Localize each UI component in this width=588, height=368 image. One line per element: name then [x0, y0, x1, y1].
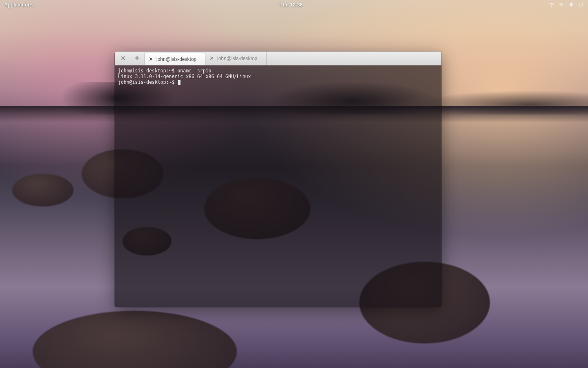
panel-indicators [549, 2, 584, 9]
close-icon: ✕ [120, 54, 126, 62]
panel-clock[interactable]: Thu 12:36 [33, 2, 549, 8]
wallpaper-rock [33, 311, 237, 368]
top-panel: Applications Thu 12:36 [0, 0, 588, 10]
power-icon[interactable] [578, 2, 584, 9]
terminal-line: john@isis-desktop:~$ uname -srpio [118, 68, 438, 74]
output: Linux 3.11.0-14-generic x86_64 x86_64 GN… [118, 74, 251, 79]
command: uname -srpio [177, 68, 211, 74]
plus-icon: + [135, 54, 140, 63]
applications-label: Applications [4, 2, 33, 8]
clock-text: Thu 12:36 [280, 2, 303, 8]
terminal-tabbar: ✕ + ✕ john@isis-desktop ✕ john@isis-desk… [115, 52, 441, 65]
terminal-line: john@isis-desktop:~$ [118, 79, 438, 85]
notification-icon[interactable] [568, 2, 574, 9]
prompt: john@isis-desktop:~$ [118, 68, 177, 74]
tab-label: john@isis-desktop [217, 56, 257, 61]
tab-close-icon[interactable]: ✕ [149, 56, 153, 62]
terminal-body[interactable]: john@isis-desktop:~$ uname -srpioLinux 3… [115, 65, 441, 307]
new-tab-button[interactable]: + [130, 52, 144, 65]
prompt: john@isis-desktop:~$ [118, 79, 177, 85]
terminal-line: Linux 3.11.0-14-generic x86_64 x86_64 GN… [118, 74, 438, 79]
wifi-icon[interactable] [549, 2, 555, 9]
desktop: Applications Thu 12:36 ✕ [0, 0, 588, 368]
cursor [178, 80, 180, 85]
tab-label: john@isis-desktop [156, 56, 196, 62]
window-close-button[interactable]: ✕ [116, 52, 130, 65]
tab-close-icon[interactable]: ✕ [209, 56, 214, 61]
terminal-tab-active[interactable]: ✕ john@isis-desktop [144, 53, 205, 65]
volume-icon[interactable] [559, 2, 564, 9]
applications-menu[interactable]: Applications [4, 2, 33, 8]
terminal-tab-inactive[interactable]: ✕ john@isis-desktop [205, 52, 267, 65]
terminal-window[interactable]: ✕ + ✕ john@isis-desktop ✕ john@isis-desk… [115, 52, 441, 307]
wallpaper-rock [12, 174, 74, 206]
